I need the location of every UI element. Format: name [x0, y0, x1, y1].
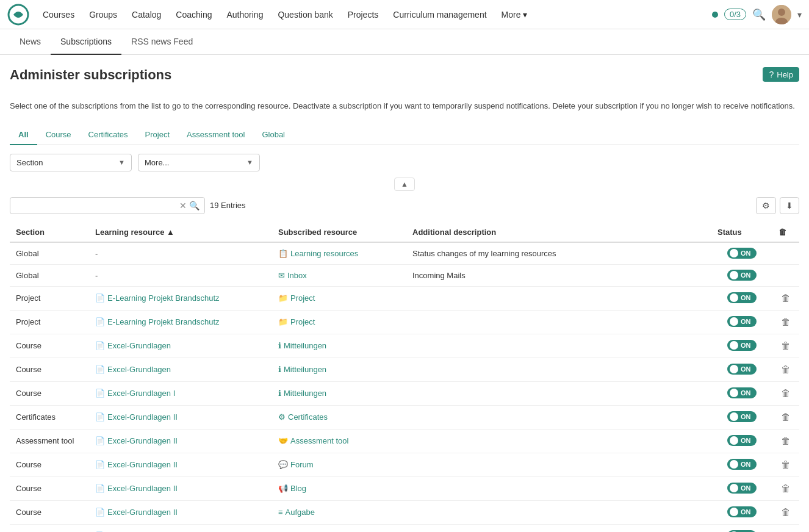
toggle-circle: [730, 271, 738, 279]
nav-authoring[interactable]: Authoring: [220, 7, 269, 22]
toggle-on[interactable]: ON: [727, 506, 757, 517]
subscribed-link[interactable]: Certificates: [288, 412, 328, 422]
resource-link[interactable]: Excel-Grundlagen II: [107, 484, 178, 493]
delete-button[interactable]: 🗑: [778, 506, 793, 519]
cell-delete: 🗑: [772, 476, 799, 500]
col-resource-header[interactable]: Learning resource ▲: [89, 223, 272, 242]
search-go-icon[interactable]: 🔍: [189, 201, 200, 210]
resource-link[interactable]: Excel-Grundlagen II: [107, 508, 178, 517]
resource-icon: 📄: [95, 484, 105, 493]
cell-status: ON: [711, 524, 772, 532]
delete-button[interactable]: 🗑: [778, 434, 793, 448]
toggle-on[interactable]: ON: [727, 340, 757, 351]
nav-courses[interactable]: Courses: [37, 7, 81, 22]
subscribed-icon: ⚙: [278, 412, 286, 422]
delete-button[interactable]: 🗑: [778, 315, 793, 329]
resource-link[interactable]: Excel-Grundlagen: [107, 341, 171, 350]
user-avatar[interactable]: [772, 5, 791, 24]
filter-global[interactable]: Global: [253, 125, 293, 145]
filter-course[interactable]: Course: [37, 125, 80, 145]
resource-link[interactable]: Excel-Grundlagen: [107, 365, 171, 374]
tab-subscriptions[interactable]: Subscriptions: [51, 29, 121, 55]
toggle-circle: [730, 484, 738, 492]
resource-icon: 📄: [95, 317, 105, 326]
subscribed-link[interactable]: Assessment tool: [290, 436, 348, 445]
resource-link[interactable]: Excel-Grundlagen II: [107, 436, 178, 445]
nav-coaching[interactable]: Coaching: [170, 7, 218, 22]
filter-project[interactable]: Project: [137, 125, 178, 145]
toggle-on[interactable]: ON: [727, 270, 757, 281]
cell-desc: [406, 524, 711, 532]
delete-button[interactable]: 🗑: [778, 530, 793, 532]
resource-link[interactable]: E-Learning Projekt Brandschutz: [107, 293, 220, 303]
table-row: Assessment tool📄Excel-Grundlagen II🤝Asse…: [10, 429, 799, 453]
resource-link[interactable]: Excel-Grundlagen I: [107, 389, 175, 398]
help-button[interactable]: ? Help: [763, 67, 799, 82]
tab-rss[interactable]: RSS news Feed: [121, 29, 203, 55]
subscribed-link[interactable]: Project: [290, 293, 315, 303]
resource-link[interactable]: E-Learning Projekt Brandschutz: [107, 317, 220, 326]
subscribed-link[interactable]: Aufgabe: [286, 508, 315, 517]
toggle-on[interactable]: ON: [727, 248, 757, 259]
subscribed-link[interactable]: Forum: [290, 460, 314, 469]
resource-link[interactable]: Excel-Grundlagen II: [107, 412, 178, 422]
resource-icon: 📄: [95, 508, 105, 517]
subscribed-link[interactable]: Blog: [290, 484, 306, 493]
cell-desc: [406, 453, 711, 476]
toggle-on[interactable]: ON: [727, 411, 757, 422]
table-row: Course📄Excel-GrundlagenℹMitteilungenON🗑: [10, 358, 799, 381]
toggle-circle: [730, 412, 738, 421]
filter-all[interactable]: All: [10, 125, 37, 145]
nav-more[interactable]: More ▾: [495, 7, 534, 22]
subscribed-link[interactable]: Mitteilungen: [284, 389, 326, 398]
delete-button[interactable]: 🗑: [778, 292, 793, 305]
subscribed-link[interactable]: Learning resources: [290, 249, 358, 258]
delete-all-icon[interactable]: 🗑: [778, 228, 786, 237]
subscribed-link[interactable]: Mitteilungen: [284, 365, 326, 374]
toggle-on[interactable]: ON: [727, 459, 757, 470]
nav-curriculum[interactable]: Curriculum management: [387, 7, 492, 22]
user-menu-arrow[interactable]: ▾: [797, 10, 802, 20]
delete-button[interactable]: 🗑: [778, 411, 793, 424]
cell-section: Course: [10, 381, 89, 405]
toggle-on[interactable]: ON: [727, 387, 757, 398]
nav-projects[interactable]: Projects: [342, 7, 385, 22]
filter-assessment[interactable]: Assessment tool: [178, 125, 253, 145]
more-dropdown[interactable]: More... ▼: [138, 154, 260, 171]
toggle-on[interactable]: ON: [727, 483, 757, 494]
delete-button[interactable]: 🗑: [778, 387, 793, 400]
section-dropdown[interactable]: Section ▼: [10, 154, 132, 171]
table-row: Global-📋Learning resourcesStatus changes…: [10, 242, 799, 265]
table-row: Project📄E-Learning Projekt Brandschutz📁P…: [10, 310, 799, 334]
app-logo[interactable]: [7, 4, 29, 26]
subscribed-link[interactable]: Mitteilungen: [284, 341, 326, 350]
subscribed-icon: 📢: [278, 484, 288, 493]
col-section-header: Section: [10, 223, 89, 242]
nav-catalog[interactable]: Catalog: [126, 7, 167, 22]
subscribed-link[interactable]: Project: [290, 317, 315, 326]
delete-button[interactable]: 🗑: [778, 339, 793, 353]
subscribed-link[interactable]: Inbox: [287, 271, 307, 280]
delete-button[interactable]: 🗑: [778, 482, 793, 495]
delete-button[interactable]: 🗑: [778, 458, 793, 472]
download-button[interactable]: ⬇: [780, 197, 799, 214]
resource-link[interactable]: Excel-Grundlagen II: [107, 460, 178, 469]
toggle-on[interactable]: ON: [727, 364, 757, 375]
nav-question-bank[interactable]: Question bank: [271, 7, 339, 22]
toggle-on[interactable]: ON: [727, 316, 757, 327]
filter-certificates[interactable]: Certificates: [80, 125, 137, 145]
delete-button[interactable]: 🗑: [778, 363, 793, 376]
cell-status: ON: [711, 429, 772, 453]
cell-section: Certificates: [10, 405, 89, 429]
settings-button[interactable]: ⚙: [756, 197, 776, 214]
tab-news[interactable]: News: [10, 29, 51, 55]
collapse-button[interactable]: ▲: [394, 178, 415, 191]
global-search-icon[interactable]: 🔍: [752, 8, 766, 21]
nav-groups[interactable]: Groups: [83, 7, 123, 22]
subscribed-icon: ≡: [278, 508, 283, 517]
toggle-on[interactable]: ON: [727, 292, 757, 303]
cell-delete: 🗑: [772, 405, 799, 429]
search-clear-icon[interactable]: ✕: [179, 201, 187, 210]
toggle-on[interactable]: ON: [727, 435, 757, 446]
search-input[interactable]: [15, 201, 179, 210]
